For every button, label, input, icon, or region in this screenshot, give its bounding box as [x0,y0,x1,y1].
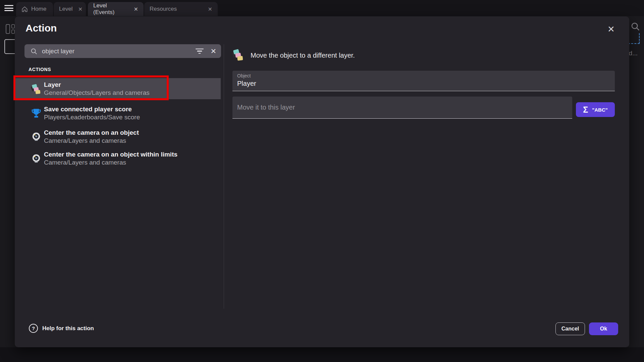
action-dialog: Action ✕ ✕ ACTIONS Layer General/Objects… [15,16,629,347]
search-icon[interactable] [630,21,640,32]
trophy-icon [31,108,42,119]
tab-level-events[interactable]: Level (Events) ✕ [88,2,144,16]
tab-label: Resources [150,6,177,12]
clear-search-icon[interactable]: ✕ [210,47,216,55]
object-field[interactable]: Object Player [232,71,615,91]
layers-icon [232,49,244,61]
action-title: Center the camera on an object [44,129,139,137]
tab-home[interactable]: Home [16,2,53,16]
layer-input[interactable] [237,97,566,118]
object-field-label: Object [237,73,251,78]
expression-editor-button[interactable]: Σ "ABC" [576,102,615,117]
close-icon[interactable]: ✕ [605,23,617,35]
action-path: Players/Leaderboards/Save score [44,113,140,121]
close-icon[interactable]: ✕ [134,6,138,12]
dashed-selection-outline [639,33,640,44]
tab-label: Home [31,6,46,12]
app-window: dd... Home Level ✕ Level (Events) ✕ Reso… [0,0,644,362]
dialog-title: Action [25,22,57,34]
action-title: Center the camera on an object within li… [44,150,177,159]
cancel-button[interactable]: Cancel [555,322,585,335]
action-title: Save connected player score [44,105,140,113]
dashed-selection-outline [628,43,640,44]
panels-layout-icon[interactable] [6,23,16,35]
search-icon [30,48,38,55]
home-icon [21,6,28,12]
sigma-icon: Σ [583,106,588,114]
tab-label: Level [59,6,73,12]
action-search-bar: ✕ [24,44,221,58]
action-description: Move the object to a different layer. [251,52,355,59]
help-label: Help for this action [42,325,94,332]
action-list-item-center-camera-limits[interactable]: Center the camera on an object within li… [15,147,221,169]
tab-label: Level (Events) [93,2,128,16]
panel-divider [224,44,224,309]
action-path: Camera/Layers and cameras [44,159,177,167]
filter-icon[interactable] [196,49,204,54]
tab-level[interactable]: Level ✕ [54,2,86,16]
close-icon[interactable]: ✕ [78,6,83,12]
help-icon: ? [29,324,38,333]
ok-button[interactable]: Ok [589,322,618,335]
object-field-value: Player [237,80,256,87]
action-list-item-center-camera[interactable]: Center the camera on an object Camera/La… [15,126,221,147]
actions-section-header: ACTIONS [29,67,51,72]
help-link[interactable]: ? Help for this action [29,324,94,333]
action-list-item-layer[interactable]: Layer General/Objects/Layers and cameras [15,78,221,99]
tab-bar: Home Level ✕ Level (Events) ✕ Resources … [0,0,644,16]
webcam-icon [31,132,41,142]
action-title: Layer [44,81,150,89]
search-input[interactable] [42,48,196,55]
webcam-icon [31,154,41,164]
layer-field [232,97,572,119]
tab-resources[interactable]: Resources ✕ [144,2,218,16]
close-icon[interactable]: ✕ [208,6,212,12]
action-list-item-save-score[interactable]: Save connected player score Players/Lead… [15,102,221,125]
action-path: General/Objects/Layers and cameras [44,89,150,97]
background-bottom [0,347,644,362]
action-path: Camera/Layers and cameras [44,137,139,145]
menu-icon[interactable] [4,5,13,11]
expression-button-label: "ABC" [592,107,608,113]
layers-icon [31,84,41,94]
